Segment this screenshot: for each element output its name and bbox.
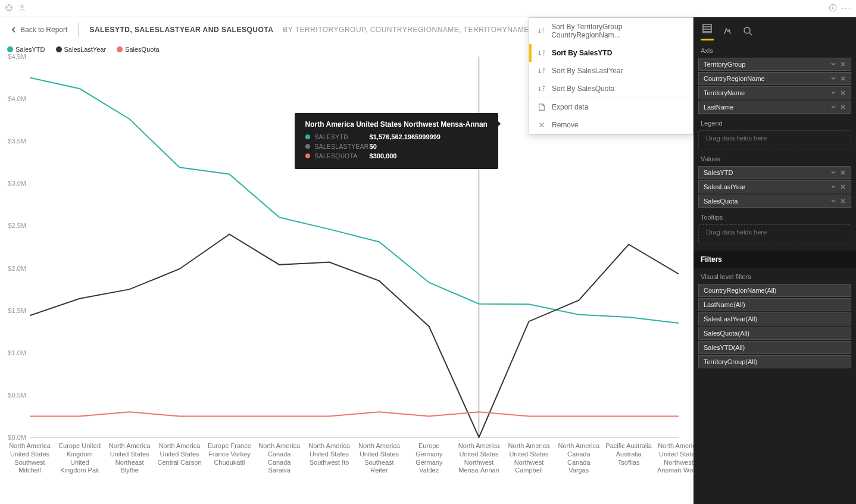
x-axis-tick: Europe UnitedKingdom UnitedKingdom Pak [57, 442, 103, 475]
filters-header[interactable]: Filters [693, 251, 856, 268]
chevron-down-icon[interactable] [830, 184, 836, 190]
menu-item-label: Remove [552, 121, 579, 129]
filter-row[interactable]: SalesQuota(All) [698, 327, 851, 340]
tooltip-metric: SalesLastYear [315, 143, 370, 150]
chevron-down-icon[interactable] [830, 104, 836, 110]
y-axis-tick: $4.0M [2, 95, 26, 102]
legend-swatch [7, 46, 13, 52]
chevron-down-icon[interactable] [830, 90, 836, 96]
chevron-down-icon[interactable] [830, 61, 836, 67]
series-SalesLastYear[interactable] [30, 234, 679, 437]
sort-icon [538, 84, 546, 93]
filter-row[interactable]: SalesLastYear(All) [698, 312, 851, 325]
menu-item-label: Sort By SalesQuota [552, 84, 614, 93]
filter-row[interactable]: TerritoryGroup(All) [698, 355, 851, 368]
back-to-report-button[interactable]: Back to Report [11, 26, 67, 34]
sort-icon [538, 49, 546, 57]
tooltips-dropzone[interactable]: Drag data fields here [698, 224, 851, 243]
remove-field-icon[interactable] [840, 61, 846, 67]
y-axis-tick: $0.5M [2, 392, 26, 399]
pinned-icon[interactable] [5, 4, 13, 14]
x-axis-tick: North AmericaUnited StatesCentral Carson [157, 442, 203, 467]
format-tab[interactable] [721, 24, 734, 37]
menu-item-label: Sort By SalesYTD [552, 49, 612, 57]
value-field-pill[interactable]: SalesLastYear [698, 180, 851, 193]
more-options-icon[interactable]: ··· [842, 4, 851, 12]
download-icon[interactable] [829, 4, 837, 14]
legend-item[interactable]: SalesLastYear [56, 46, 107, 53]
field-label: SalesQuota [704, 198, 738, 205]
legend-swatch [117, 46, 123, 52]
x-axis-tick: North AmericaCanada CanadaSaraiva [256, 442, 302, 475]
back-label: Back to Report [20, 26, 67, 34]
chevron-down-icon[interactable] [830, 198, 836, 204]
menu-item[interactable]: Remove [529, 116, 693, 134]
fields-tab[interactable] [701, 22, 714, 40]
personal-icon[interactable] [18, 4, 26, 14]
remove-field-icon[interactable] [840, 76, 846, 82]
field-label: TerritoryName [704, 89, 745, 96]
x-axis-tick: North AmericaUnited StatesNorthwest Mens… [456, 442, 502, 475]
tooltip-value: $0 [370, 143, 377, 150]
series-SalesQuota[interactable] [30, 412, 679, 416]
focus-mode-bar: ··· [0, 0, 856, 17]
filters-sub-label: Visual level filters [693, 268, 856, 283]
y-axis-tick: $3.0M [2, 180, 26, 187]
axis-field-pill[interactable]: CountryRegionName [698, 72, 851, 85]
values-section-label: Values [693, 151, 856, 165]
y-axis-tick: $4.5M [2, 53, 26, 60]
visualizations-pane: Axis TerritoryGroupCountryRegionNameTerr… [693, 17, 856, 504]
x-axis-tick: North AmericaCanada CanadaVargas [555, 442, 602, 475]
sort-icon [538, 67, 546, 75]
y-axis-tick: $1.0M [2, 349, 26, 356]
filter-row[interactable]: SalesYTD(All) [698, 341, 851, 354]
value-field-pill[interactable]: SalesQuota [698, 195, 851, 208]
x-axis-tick: North AmericaUnited StatesSouthwest Mitc… [7, 442, 53, 475]
remove-field-icon[interactable] [840, 90, 846, 96]
x-axis-tick: North AmericaUnited StatesNorthwest Camp… [505, 442, 552, 475]
legend-swatch [56, 46, 62, 52]
menu-item-label: Sort By TerritoryGroup CountryRegionNam.… [551, 23, 685, 39]
remove-field-icon[interactable] [840, 198, 846, 204]
menu-item[interactable]: Sort By SalesYTD [529, 44, 693, 62]
legend-item[interactable]: SalesYTD [7, 46, 45, 53]
axis-field-pill[interactable]: TerritoryName [698, 86, 851, 99]
y-axis-tick: $0.0M [2, 434, 26, 441]
tooltips-section-label: Tooltips [693, 209, 856, 223]
remove-field-icon[interactable] [840, 170, 846, 176]
chevron-down-icon[interactable] [830, 76, 836, 82]
x-axis-tick: North AmericaUnited StatesSouthwest Ito [306, 442, 352, 467]
axis-field-pill[interactable]: LastName [698, 101, 851, 114]
remove-field-icon[interactable] [840, 104, 846, 110]
tooltip-row: SalesYTD$1,576,562.1965999999 [305, 133, 488, 140]
filter-row[interactable]: LastName(All) [698, 298, 851, 311]
value-field-pill[interactable]: SalesYTD [698, 166, 851, 179]
legend-dropzone[interactable]: Drag data fields here [698, 130, 851, 149]
x-axis-tick: Europe FranceFrance VarkeyChudukatil [206, 442, 252, 467]
legend-text: SalesLastYear [64, 46, 107, 53]
x-axis-tick: Pacific AustraliaAustralia Tsoflias [605, 442, 652, 467]
analytics-tab[interactable] [741, 24, 754, 37]
visual-title: SalesYTD, SalesLastYear and SalesQuota b… [89, 26, 590, 34]
remove-field-icon[interactable] [840, 184, 846, 190]
field-label: SalesLastYear [704, 183, 746, 190]
filter-row[interactable]: CountryRegionName(All) [698, 284, 851, 297]
tooltip-metric: SalesYTD [315, 134, 370, 140]
y-axis-tick: $2.0M [2, 265, 26, 272]
menu-item[interactable]: Sort By TerritoryGroup CountryRegionNam.… [529, 18, 693, 44]
field-label: LastName [704, 104, 733, 111]
axis-field-pill[interactable]: TerritoryGroup [698, 58, 851, 71]
legend-section-label: Legend [693, 115, 856, 129]
legend-text: SalesYTD [15, 46, 45, 53]
chevron-down-icon[interactable] [830, 170, 836, 176]
menu-item[interactable]: Sort By SalesLastYear [529, 62, 693, 80]
field-label: TerritoryGroup [704, 61, 745, 68]
chart-area: Back to Report SalesYTD, SalesLastYear a… [0, 17, 693, 504]
field-label: CountryRegionName [704, 75, 765, 82]
menu-item[interactable]: Sort By SalesQuota [529, 80, 693, 98]
y-axis-tick: $3.5M [2, 137, 26, 145]
menu-item[interactable]: Export data [529, 98, 693, 116]
x-axis-tick: North AmericaUnited StatesSoutheast Reit… [356, 442, 402, 475]
legend-item[interactable]: SalesQuota [117, 46, 159, 53]
visual-context-menu: Sort By TerritoryGroup CountryRegionNam.… [529, 17, 693, 134]
